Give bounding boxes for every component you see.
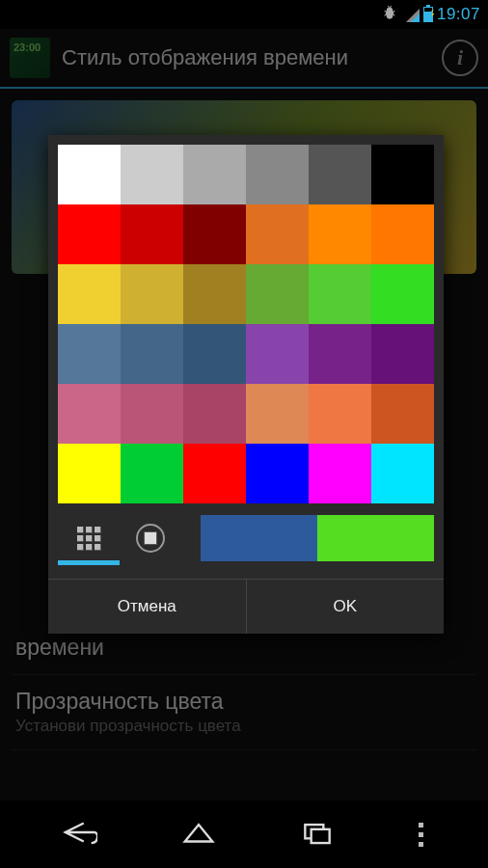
tab-palette[interactable] [58,515,120,561]
cancel-button[interactable]: Отмена [48,580,247,634]
color-swatch[interactable] [246,145,309,204]
picker-mode-tabs [58,515,181,561]
color-swatch[interactable] [309,384,371,444]
color-swatch[interactable] [309,204,371,264]
color-swatch[interactable] [121,145,183,204]
android-status-bar: ⚡ 19:07 [0,0,488,29]
color-swatch[interactable] [309,264,371,324]
nav-recent-button[interactable] [299,818,336,851]
color-swatch[interactable] [371,264,434,324]
color-swatch[interactable] [121,204,183,264]
color-swatch[interactable] [309,324,371,384]
color-swatch[interactable] [246,204,309,264]
color-swatch[interactable] [371,204,434,264]
color-swatch[interactable] [183,204,246,264]
status-time: 19:07 [437,5,480,24]
color-picker-dialog: Отмена OK [48,135,444,634]
debug-icon [381,5,398,24]
color-swatch[interactable] [58,145,121,204]
color-swatch[interactable] [246,384,309,444]
color-swatch[interactable] [371,444,434,503]
color-swatch[interactable] [58,384,121,444]
color-swatch[interactable] [246,264,309,324]
color-swatch[interactable] [183,264,246,324]
dialog-tool-row [48,509,444,571]
color-swatch[interactable] [246,324,309,384]
color-grid [48,135,444,509]
palette-icon [77,527,101,551]
color-swatch[interactable] [371,324,434,384]
ok-button[interactable]: OK [247,580,445,634]
nav-home-button[interactable] [180,818,217,851]
preview-swatch [317,515,434,561]
color-swatch[interactable] [121,264,183,324]
color-swatch[interactable] [183,145,246,204]
signal-icon [404,7,420,22]
color-swatch[interactable] [371,384,434,444]
color-swatch[interactable] [58,204,121,264]
dialog-button-row: Отмена OK [48,579,444,634]
preview-swatch [201,515,317,561]
color-swatch[interactable] [309,145,371,204]
android-nav-bar [0,800,488,868]
color-swatch[interactable] [183,324,246,384]
tab-custom-color[interactable] [120,515,181,561]
color-swatch[interactable] [183,384,246,444]
battery-icon: ⚡ [423,7,433,22]
color-swatch[interactable] [121,324,183,384]
selected-color-preview [201,515,434,561]
custom-color-icon [136,524,165,553]
color-swatch[interactable] [58,264,121,324]
color-swatch[interactable] [371,145,434,204]
color-swatch[interactable] [121,444,183,503]
svg-rect-1 [312,829,330,843]
color-swatch[interactable] [183,444,246,503]
color-swatch[interactable] [58,444,121,503]
nav-back-button[interactable] [61,818,97,851]
nav-menu-button[interactable] [419,823,427,847]
color-swatch[interactable] [309,444,371,503]
color-swatch[interactable] [58,324,121,384]
color-swatch[interactable] [121,384,183,444]
color-swatch[interactable] [246,444,309,503]
